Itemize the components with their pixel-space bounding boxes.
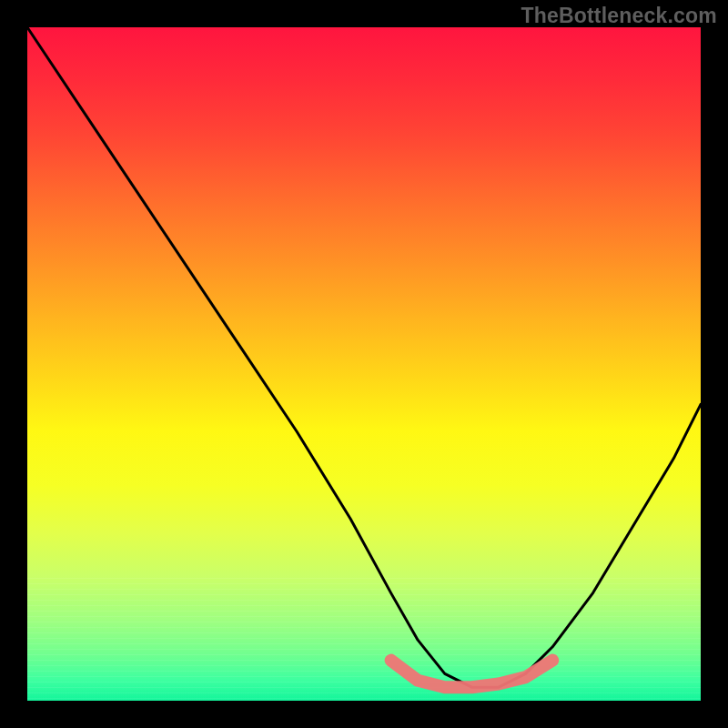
chart-frame: TheBottleneck.com [0,0,728,728]
plot-area [27,27,701,701]
pink-highlight [391,661,553,688]
chart-svg [27,27,701,701]
black-curve [27,27,701,687]
watermark-text: TheBottleneck.com [521,4,717,28]
